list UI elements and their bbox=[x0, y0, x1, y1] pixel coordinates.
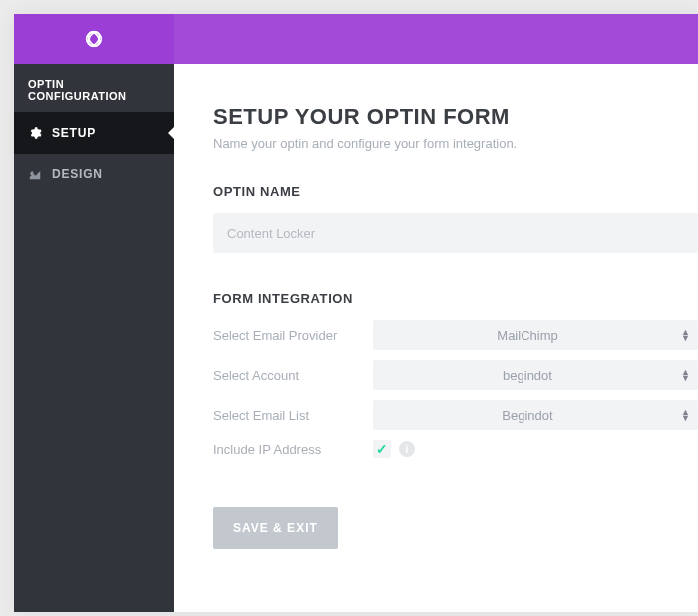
select-email-list[interactable]: Begindot bbox=[373, 400, 698, 430]
select-email-list-wrap: Begindot ▲▼ bbox=[373, 400, 698, 430]
optin-name-input[interactable] bbox=[213, 213, 698, 253]
select-account[interactable]: begindot bbox=[373, 360, 698, 390]
info-icon[interactable]: i bbox=[399, 441, 415, 457]
sidebar: OPTIN CONFIGURATION SETUP DESIGN bbox=[14, 64, 174, 612]
page-subtitle: Name your optin and configure your form … bbox=[213, 136, 698, 151]
row-include-ip: Include IP Address ✓ i bbox=[213, 440, 698, 458]
form-integration-heading: FORM INTEGRATION bbox=[213, 291, 698, 306]
app-shell: OPTIN CONFIGURATION SETUP DESIGN SETUP Y… bbox=[14, 14, 698, 612]
save-exit-button[interactable]: SAVE & EXIT bbox=[213, 507, 338, 549]
row-email-provider: Select Email Provider MailChimp ▲▼ bbox=[213, 320, 698, 350]
sidebar-header: OPTIN CONFIGURATION bbox=[14, 64, 174, 112]
sidebar-item-label: DESIGN bbox=[52, 167, 103, 181]
select-email-provider[interactable]: MailChimp bbox=[373, 320, 698, 350]
bloom-logo-icon bbox=[81, 26, 107, 52]
page-title: SETUP YOUR OPTIN FORM bbox=[213, 104, 698, 130]
label-email-provider: Select Email Provider bbox=[213, 328, 373, 343]
checkbox-include-ip[interactable]: ✓ bbox=[373, 440, 391, 458]
sidebar-item-label: SETUP bbox=[52, 126, 96, 140]
row-email-list: Select Email List Begindot ▲▼ bbox=[213, 400, 698, 430]
sidebar-item-design[interactable]: DESIGN bbox=[14, 154, 174, 195]
row-account: Select Account begindot ▲▼ bbox=[213, 360, 698, 390]
design-icon bbox=[28, 167, 42, 181]
topbar bbox=[14, 14, 698, 64]
label-account: Select Account bbox=[213, 368, 373, 383]
sidebar-item-setup[interactable]: SETUP bbox=[14, 112, 174, 154]
select-account-wrap: begindot ▲▼ bbox=[373, 360, 698, 390]
label-email-list: Select Email List bbox=[213, 408, 373, 423]
content: SETUP YOUR OPTIN FORM Name your optin an… bbox=[174, 64, 698, 612]
select-email-provider-wrap: MailChimp ▲▼ bbox=[373, 320, 698, 350]
logo bbox=[14, 14, 174, 64]
optin-name-heading: OPTIN NAME bbox=[213, 184, 698, 199]
gear-icon bbox=[28, 126, 42, 140]
check-icon: ✓ bbox=[376, 441, 388, 457]
label-include-ip: Include IP Address bbox=[213, 442, 373, 457]
